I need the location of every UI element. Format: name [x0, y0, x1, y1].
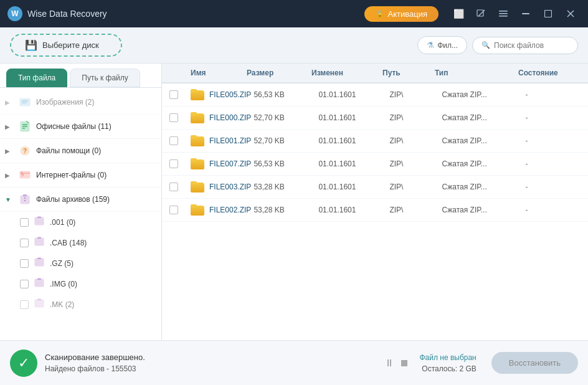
sub-icon-cab: [34, 236, 45, 249]
sidebar-subitem-001[interactable]: .001 (0): [0, 212, 161, 232]
row-size-1: 52,70 KB: [254, 113, 316, 122]
header-state[interactable]: Состояние: [518, 69, 581, 77]
checkbox-mk[interactable]: [20, 300, 29, 309]
checkbox-img[interactable]: [20, 280, 29, 288]
toolbar-right: Фил...: [417, 36, 578, 54]
cat-icon-office: [17, 119, 32, 134]
checkbox-gz[interactable]: [20, 259, 29, 268]
row-checkbox-0[interactable]: [169, 90, 188, 99]
svg-rect-5: [522, 13, 529, 14]
minimize-icon: [522, 13, 529, 14]
header-date[interactable]: Изменен: [311, 69, 380, 77]
row-checkbox-4[interactable]: [169, 183, 188, 191]
zip-folder-icon-4: [191, 181, 204, 192]
row-date-4: 01.01.1601: [318, 183, 387, 191]
row-checkbox-1[interactable]: [169, 113, 188, 122]
row-state-5: -: [525, 206, 587, 214]
checkbox-001[interactable]: [20, 218, 29, 227]
stop-icon[interactable]: ⏹: [399, 358, 409, 369]
svg-text:?: ?: [21, 173, 24, 178]
row-path-3: ZIP\: [389, 159, 439, 168]
table-row[interactable]: FILE005.ZIP 56,53 KB 01.01.1601 ZIP\ Сжа…: [162, 83, 588, 107]
cat-icon-help: ?: [17, 143, 32, 158]
row-filename-0: FILE005.ZIP: [209, 90, 251, 99]
sidebar-subitem-img[interactable]: .IMG (0): [0, 273, 161, 294]
recover-button[interactable]: Восстановить: [491, 352, 578, 374]
search-input[interactable]: [494, 41, 569, 50]
filter-button[interactable]: Фил...: [417, 36, 467, 54]
title-bar: W Wise Data Recovery Активация ⬜: [0, 0, 588, 27]
svg-rect-6: [545, 11, 552, 17]
table-row[interactable]: FILE001.ZIP 52,70 KB 01.01.1601 ZIP\ Сжа…: [162, 130, 588, 153]
row-name-2: FILE001.ZIP: [191, 135, 251, 146]
sub-label-mk: .MK (2): [50, 300, 74, 309]
row-checkbox-3[interactable]: [169, 159, 188, 168]
pause-icon[interactable]: ⏸: [384, 358, 394, 369]
cat-label-archive: Файлы архивов (159): [36, 195, 155, 204]
minimize-button[interactable]: [516, 4, 536, 24]
row-date-0: 01.01.1601: [318, 90, 387, 99]
scan-success-icon: ✓: [10, 349, 37, 377]
row-type-2: Сжатая ZIP...: [442, 136, 523, 145]
header-type[interactable]: Тип: [435, 69, 516, 77]
sidebar-category-internet[interactable]: ▶ ? Интернет-файлы (0): [0, 163, 161, 188]
table-row[interactable]: FILE002.ZIP 53,28 KB 01.01.1601 ZIP\ Сжа…: [162, 199, 588, 222]
remaining-label: Осталось: 2 GB: [419, 364, 476, 373]
sidebar-category-help[interactable]: ▶ ? Файлы помощи (0): [0, 139, 161, 163]
menu-button[interactable]: [493, 4, 513, 24]
row-type-0: Сжатая ZIP...: [442, 90, 523, 99]
table-row[interactable]: FILE007.ZIP 56,53 KB 01.01.1601 ZIP\ Сжа…: [162, 153, 588, 176]
cat-label-help: Файлы помощи (0): [36, 146, 155, 155]
row-checkbox-5[interactable]: [169, 206, 188, 214]
table-row[interactable]: FILE000.ZIP 52,70 KB 01.01.1601 ZIP\ Сжа…: [162, 107, 588, 130]
sidebar-subitem-cab[interactable]: .CAB (148): [0, 232, 161, 253]
chevron-icon-office: ▶: [5, 123, 14, 130]
search-box: [472, 37, 578, 54]
row-size-0: 56,53 KB: [254, 90, 316, 99]
svg-rect-2: [499, 11, 508, 12]
cat-label-img: Изображения (2): [36, 98, 155, 107]
svg-rect-26: [35, 238, 44, 245]
header-name[interactable]: Имя: [191, 69, 244, 77]
row-date-1: 01.01.1601: [318, 113, 387, 122]
activate-button[interactable]: Активация: [364, 6, 439, 22]
row-checkbox-2[interactable]: [169, 136, 188, 145]
sidebar-tabs: Тип файла Путь к файлу: [0, 64, 161, 88]
drive-select-button[interactable]: 💾 Выберите диск: [10, 34, 122, 57]
row-path-0: ZIP\: [389, 90, 439, 99]
scan-done-label: Сканирование завершено.: [45, 353, 372, 362]
title-actions: Активация ⬜: [364, 4, 581, 24]
tab-filetype[interactable]: Тип файла: [6, 69, 67, 87]
edit-button[interactable]: [471, 4, 491, 24]
row-state-0: -: [525, 90, 587, 99]
maximize-button[interactable]: [538, 4, 558, 24]
table-row[interactable]: FILE003.ZIP 53,28 KB 01.01.1601 ZIP\ Сжа…: [162, 176, 588, 199]
sidebar-subitem-mk[interactable]: .MK (2): [0, 294, 161, 315]
svg-rect-4: [499, 16, 508, 17]
close-button[interactable]: [561, 4, 581, 24]
row-name-1: FILE000.ZIP: [191, 112, 251, 123]
sidebar-category-archive[interactable]: ▼ Файлы архивов (159): [0, 188, 161, 212]
close-icon: [567, 10, 574, 17]
sidebar-subitem-gz[interactable]: .GZ (5): [0, 253, 161, 273]
sidebar-category-office[interactable]: ▶ Офисные файлы (11): [0, 115, 161, 139]
content-area: Тип файла Путь к файлу ▶ Изображения (2)…: [0, 64, 588, 340]
sidebar-category-scrolled[interactable]: ▶ Изображения (2): [0, 90, 161, 115]
row-name-5: FILE002.ZIP: [191, 204, 251, 216]
row-path-1: ZIP\: [389, 113, 439, 122]
cat-label-internet: Интернет-файлы (0): [36, 171, 155, 179]
row-size-5: 53,28 KB: [254, 206, 316, 214]
svg-rect-9: [20, 98, 30, 106]
row-date-5: 01.01.1601: [318, 206, 387, 214]
tab-filepath[interactable]: Путь к файлу: [70, 69, 140, 87]
zip-folder-icon-1: [191, 112, 204, 123]
row-size-2: 52,70 KB: [254, 136, 316, 145]
monitor-button[interactable]: ⬜: [448, 4, 468, 24]
header-size[interactable]: Размер: [247, 69, 309, 77]
row-state-4: -: [525, 183, 587, 191]
checkbox-cab[interactable]: [20, 239, 29, 247]
cat-icon-img: [17, 95, 32, 110]
header-path[interactable]: Путь: [382, 69, 432, 77]
row-size-4: 53,28 KB: [254, 183, 316, 191]
toolbar: 💾 Выберите диск Фил...: [0, 27, 588, 64]
